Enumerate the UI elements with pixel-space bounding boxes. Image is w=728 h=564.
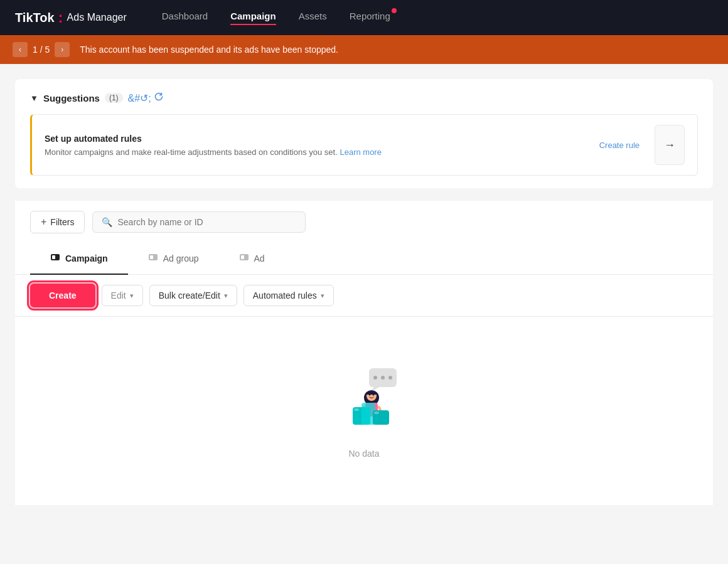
tab-adgroup-label: Ad group (163, 253, 199, 263)
suggestion-content: Set up automated rules Monitor campaigns… (45, 134, 589, 157)
tab-ad[interactable]: Ad (219, 243, 285, 275)
nav-campaign[interactable]: Campaign (230, 11, 276, 25)
edit-label: Edit (111, 290, 126, 301)
alert-prev-button[interactable]: ‹ (13, 42, 28, 57)
tab-adgroup[interactable]: Ad group (128, 243, 219, 275)
filters-label: Filters (50, 217, 74, 227)
svg-rect-1 (52, 255, 55, 259)
automated-rules-button[interactable]: Automated rules ▾ (244, 285, 334, 306)
search-icon: 🔍 (102, 217, 112, 227)
nav-assets[interactable]: Assets (299, 11, 327, 25)
nav-reporting[interactable]: Reporting (350, 11, 390, 25)
refresh-icon[interactable]: &#↺; (128, 92, 164, 104)
campaign-tab-icon (50, 252, 60, 265)
alert-counter: 1 / 5 (33, 45, 50, 55)
suggestions-header: ▼ Suggestions (1) &#↺; (30, 92, 698, 104)
bulk-create-label: Bulk create/Edit (159, 290, 220, 301)
alert-message: This account has been suspended and its … (80, 45, 338, 55)
svg-rect-5 (241, 255, 244, 259)
create-button[interactable]: Create (30, 284, 95, 307)
suggestion-card: Set up automated rules Monitor campaigns… (30, 114, 698, 176)
learn-more-link[interactable]: Learn more (340, 147, 381, 157)
top-navigation: TikTok: Ads Manager Dashboard Campaign A… (0, 0, 728, 35)
search-box: 🔍 (92, 211, 306, 233)
suggestion-arrow-button[interactable]: → (655, 125, 685, 165)
automated-rules-label: Automated rules (253, 290, 317, 301)
no-data-text: No data (348, 449, 379, 459)
alert-banner: ‹ 1 / 5 › This account has been suspende… (0, 35, 728, 64)
nav-dashboard[interactable]: Dashboard (162, 11, 208, 25)
tab-ad-label: Ad (254, 253, 265, 263)
logo-tiktok: TikTok (15, 11, 55, 25)
nav-links: Dashboard Campaign Assets Reporting (162, 11, 390, 25)
search-input[interactable] (117, 217, 296, 227)
svg-rect-19 (354, 408, 359, 411)
suggestions-toggle[interactable]: ▼ (30, 93, 38, 103)
bulk-chevron-icon: ▾ (224, 292, 228, 300)
filters-row: + Filters 🔍 (15, 201, 713, 243)
suggestions-section: ▼ Suggestions (1) &#↺; Set up automated … (15, 79, 713, 188)
suggestion-card-desc: Monitor campaigns and make real-time adj… (45, 147, 589, 157)
suggestions-title: Suggestions (43, 93, 100, 104)
svg-rect-3 (150, 255, 153, 259)
ad-tab-icon (239, 252, 249, 265)
svg-point-7 (373, 376, 377, 380)
reporting-notification-dot (392, 8, 397, 13)
tab-campaign[interactable]: Campaign (30, 243, 128, 275)
tab-campaign-label: Campaign (65, 253, 108, 263)
tabs-row: Campaign Ad group Ad (15, 243, 713, 275)
suggestion-card-title: Set up automated rules (45, 134, 589, 144)
logo-ads-manager: Ads Manager (67, 12, 127, 23)
svg-point-9 (388, 376, 392, 380)
edit-button[interactable]: Edit ▾ (102, 285, 143, 306)
no-data-area: No data (15, 317, 713, 505)
svg-rect-20 (374, 412, 379, 414)
alert-next-button[interactable]: › (55, 42, 70, 57)
main-content: ▼ Suggestions (1) &#↺; Set up automated … (0, 64, 728, 520)
filters-plus-icon: + (41, 216, 46, 228)
logo: TikTok: Ads Manager (15, 9, 127, 26)
toolbar-row: Create Edit ▾ Bulk create/Edit ▾ Automat… (15, 275, 713, 317)
adgroup-tab-icon (148, 252, 158, 265)
bulk-create-button[interactable]: Bulk create/Edit ▾ (149, 285, 237, 306)
filters-button[interactable]: + Filters (30, 211, 85, 233)
svg-point-8 (381, 376, 385, 380)
edit-chevron-icon: ▾ (130, 292, 134, 300)
alert-navigation: ‹ 1 / 5 › (13, 42, 70, 57)
no-data-illustration (326, 363, 402, 439)
suggestions-count-badge: (1) (105, 93, 123, 103)
create-rule-link[interactable]: Create rule (599, 141, 640, 150)
automated-chevron-icon: ▾ (321, 292, 324, 300)
